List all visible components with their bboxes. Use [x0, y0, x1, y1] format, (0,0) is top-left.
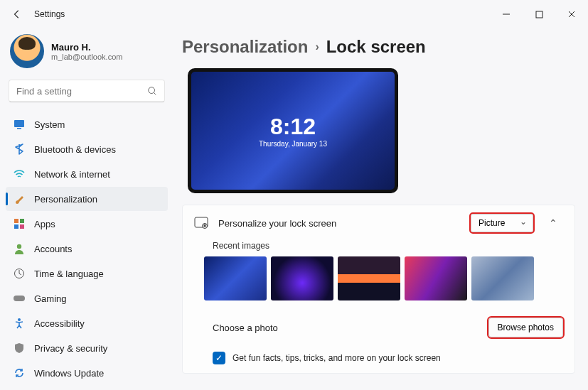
- window-close-button[interactable]: [555, 3, 588, 26]
- app-title: Settings: [34, 9, 65, 19]
- paintbrush-icon: [13, 193, 26, 205]
- display-icon: [13, 118, 26, 131]
- window-maximize-button[interactable]: [523, 3, 555, 26]
- accessibility-icon: [13, 317, 26, 330]
- page-title: Lock screen: [326, 37, 426, 57]
- svg-rect-6: [14, 224, 18, 229]
- nav-item-system[interactable]: System: [6, 112, 168, 136]
- bluetooth-icon: [13, 143, 26, 156]
- preview-time: 8:12: [270, 114, 316, 140]
- shield-icon: [13, 342, 26, 354]
- fun-facts-checkbox[interactable]: ✓: [213, 352, 225, 364]
- picture-lock-icon: [194, 217, 208, 229]
- personalize-label: Personalize your lock screen: [218, 218, 336, 229]
- svg-rect-0: [536, 11, 542, 18]
- svg-rect-7: [20, 224, 24, 229]
- nav-label: Personalization: [34, 194, 97, 205]
- nav-label: Network & internet: [34, 169, 110, 180]
- person-icon: [13, 242, 26, 255]
- recent-images-label: Recent images: [213, 241, 563, 251]
- nav-item-apps[interactable]: Apps: [6, 212, 168, 236]
- update-icon: [13, 367, 26, 379]
- nav-item-accounts[interactable]: Accounts: [6, 237, 168, 261]
- nav-list: System Bluetooth & devices Network & int…: [6, 112, 168, 385]
- background-type-dropdown[interactable]: Picture: [471, 214, 533, 232]
- window-minimize-button[interactable]: [490, 3, 523, 26]
- nav-label: Bluetooth & devices: [34, 144, 116, 155]
- search-icon: [147, 86, 157, 96]
- nav-item-privacy[interactable]: Privacy & security: [6, 336, 168, 360]
- user-name: Mauro H.: [51, 42, 122, 53]
- nav-label: Gaming: [34, 293, 67, 304]
- svg-rect-3: [17, 128, 21, 129]
- choose-photo-label: Choose a photo: [213, 323, 278, 333]
- user-profile[interactable]: Mauro H. m_lab@outlook.com: [6, 28, 168, 80]
- nav-item-bluetooth[interactable]: Bluetooth & devices: [6, 137, 168, 161]
- svg-rect-2: [14, 120, 24, 127]
- personalize-card: Personalize your lock screen Picture ⌃ R…: [182, 205, 575, 374]
- nav-item-windows-update[interactable]: Windows Update: [6, 361, 168, 385]
- svg-rect-10: [14, 296, 25, 301]
- dropdown-value: Picture: [479, 218, 505, 228]
- nav-item-gaming[interactable]: Gaming: [6, 286, 168, 310]
- fun-facts-label: Get fun facts, tips, tricks, and more on…: [232, 353, 441, 363]
- nav-item-network[interactable]: Network & internet: [6, 162, 168, 186]
- nav-label: Privacy & security: [34, 343, 107, 354]
- nav-item-time-language[interactable]: Time & language: [6, 261, 168, 286]
- svg-rect-5: [20, 219, 24, 223]
- back-button[interactable]: [6, 3, 28, 26]
- recent-image-thumb[interactable]: [471, 256, 534, 300]
- recent-images-row: [204, 256, 563, 300]
- nav-label: Accounts: [34, 244, 72, 254]
- svg-point-1: [149, 87, 155, 94]
- svg-rect-14: [204, 225, 206, 227]
- gamepad-icon: [13, 292, 26, 305]
- svg-point-8: [17, 244, 21, 249]
- avatar: [10, 34, 44, 68]
- wifi-icon: [13, 168, 26, 180]
- recent-image-thumb[interactable]: [338, 256, 400, 300]
- nav-label: Time & language: [34, 269, 104, 279]
- search-input[interactable]: [16, 86, 147, 97]
- nav-label: System: [34, 119, 65, 130]
- apps-icon: [13, 217, 26, 230]
- nav-label: Windows Update: [34, 368, 104, 379]
- preview-date: Thursday, January 13: [259, 140, 327, 148]
- clock-globe-icon: [13, 267, 26, 280]
- svg-rect-4: [14, 219, 18, 223]
- recent-image-thumb[interactable]: [405, 256, 467, 300]
- nav-label: Apps: [34, 219, 55, 229]
- user-email: m_lab@outlook.com: [51, 53, 122, 61]
- breadcrumb: Personalization › Lock screen: [182, 37, 575, 57]
- nav-item-accessibility[interactable]: Accessibility: [6, 311, 168, 335]
- recent-image-thumb[interactable]: [204, 256, 267, 300]
- search-box[interactable]: [9, 80, 165, 102]
- chevron-right-icon: ›: [315, 40, 319, 53]
- svg-point-11: [18, 318, 21, 321]
- nav-label: Accessibility: [34, 318, 85, 329]
- nav-item-personalization[interactable]: Personalization: [6, 187, 168, 211]
- expand-toggle[interactable]: ⌃: [543, 217, 563, 229]
- breadcrumb-parent[interactable]: Personalization: [182, 37, 308, 57]
- recent-image-thumb[interactable]: [271, 256, 333, 300]
- lock-screen-preview: 8:12 Thursday, January 13: [188, 68, 398, 193]
- browse-photos-button[interactable]: Browse photos: [488, 318, 563, 337]
